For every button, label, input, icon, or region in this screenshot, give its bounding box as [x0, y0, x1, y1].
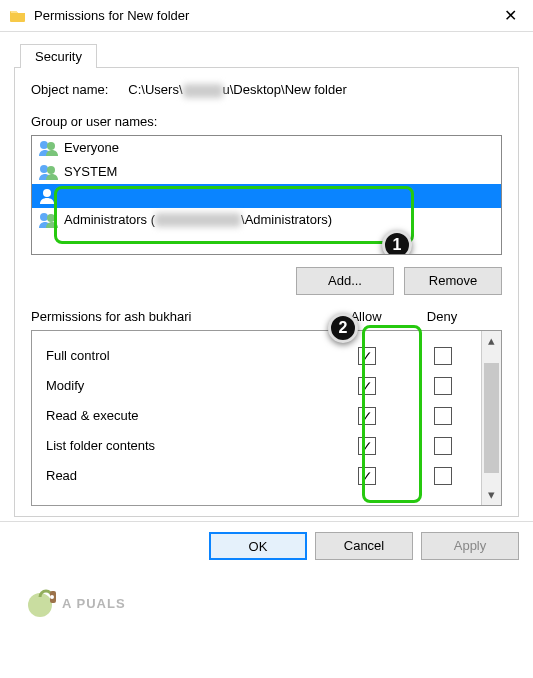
svg-point-4: [43, 189, 51, 197]
deny-checkbox[interactable]: [434, 377, 452, 395]
watermark-logo: A PUALS: [26, 578, 206, 628]
add-button[interactable]: Add...: [296, 267, 394, 295]
svg-point-3: [47, 166, 55, 174]
allow-checkbox[interactable]: [358, 407, 376, 425]
dialog-button-row: OK Cancel Apply: [0, 521, 533, 570]
svg-point-1: [47, 142, 55, 150]
allow-checkbox[interactable]: [358, 377, 376, 395]
folder-icon: [10, 8, 26, 24]
list-item-selected[interactable]: [32, 184, 501, 208]
allow-checkbox[interactable]: [358, 467, 376, 485]
annotation-badge-1: 1: [382, 230, 412, 255]
object-name-row: Object name: C:\Users\u\Desktop\New fold…: [31, 82, 502, 98]
users-icon: [38, 211, 58, 229]
list-item[interactable]: Administrators (\Administrators): [32, 208, 501, 232]
permission-name: Read: [46, 468, 329, 483]
column-deny: Deny: [404, 309, 480, 324]
permission-name: Modify: [46, 378, 329, 393]
tab-security[interactable]: Security: [20, 44, 97, 68]
list-item[interactable]: Everyone: [32, 136, 501, 160]
svg-point-6: [47, 214, 55, 222]
redacted-text: [155, 213, 241, 227]
ok-button[interactable]: OK: [209, 532, 307, 560]
permissions-listbox: Full controlModifyRead & executeList fol…: [31, 330, 502, 506]
permissions-header: Permissions for ash bukhari Allow Deny: [31, 309, 502, 324]
deny-checkbox[interactable]: [434, 437, 452, 455]
deny-checkbox[interactable]: [434, 347, 452, 365]
allow-checkbox[interactable]: [358, 437, 376, 455]
close-icon[interactable]: ✕: [498, 4, 523, 27]
svg-point-7: [28, 593, 52, 617]
permission-row: List folder contents: [46, 431, 481, 461]
cancel-button[interactable]: Cancel: [315, 532, 413, 560]
permission-row: Full control: [46, 341, 481, 371]
users-icon: [38, 139, 58, 157]
scroll-thumb[interactable]: [484, 363, 499, 473]
window-title: Permissions for New folder: [34, 8, 498, 23]
annotation-badge-2: 2: [328, 313, 358, 343]
object-name-value: C:\Users\u\Desktop\New folder: [128, 82, 346, 98]
object-name-label: Object name:: [31, 82, 108, 98]
permission-row: Read & execute: [46, 401, 481, 431]
tab-strip: Security: [14, 38, 519, 68]
title-bar: Permissions for New folder ✕: [0, 0, 533, 32]
remove-button[interactable]: Remove: [404, 267, 502, 295]
tab-panel-security: Object name: C:\Users\u\Desktop\New fold…: [14, 68, 519, 517]
permission-name: List folder contents: [46, 438, 329, 453]
list-item[interactable]: SYSTEM: [32, 160, 501, 184]
permission-row: Read: [46, 461, 481, 491]
svg-point-9: [50, 595, 54, 599]
redacted-text: [183, 84, 223, 98]
permission-name: Read & execute: [46, 408, 329, 423]
svg-point-2: [40, 165, 48, 173]
deny-checkbox[interactable]: [434, 467, 452, 485]
permission-row: Modify: [46, 371, 481, 401]
svg-rect-8: [50, 591, 56, 603]
deny-checkbox[interactable]: [434, 407, 452, 425]
permission-name: Full control: [46, 348, 329, 363]
scroll-down-icon[interactable]: ▾: [482, 485, 501, 505]
group-user-listbox[interactable]: Everyone SYSTEM Administrators (\Adminis…: [31, 135, 502, 255]
allow-checkbox[interactable]: [358, 347, 376, 365]
svg-point-0: [40, 141, 48, 149]
svg-point-5: [40, 213, 48, 221]
users-icon: [38, 163, 58, 181]
scroll-up-icon[interactable]: ▴: [482, 331, 501, 351]
group-user-label: Group or user names:: [31, 114, 502, 129]
scrollbar[interactable]: ▴ ▾: [481, 331, 501, 505]
apply-button[interactable]: Apply: [421, 532, 519, 560]
user-icon: [38, 187, 58, 205]
